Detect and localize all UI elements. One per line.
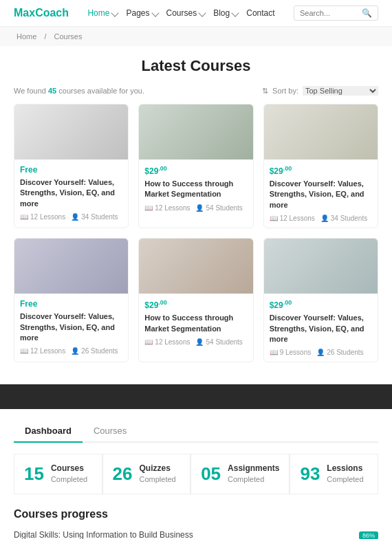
person-icon: 👤 [71,347,79,355]
search-icon[interactable]: 🔍 [362,8,372,18]
tabs: Dashboard Courses [14,420,378,443]
book-icon: 📖 [144,204,153,212]
breadcrumb-separator: / [44,32,46,41]
course-price: Free [20,299,122,309]
filter-bar: We found 45 courses available for you. ⇅… [14,86,378,96]
stat-label: Quizzes Completed [139,463,175,485]
course-image [139,104,252,160]
search-bar[interactable]: 🔍 [294,6,378,21]
chevron-down-icon [232,9,239,16]
book-icon: 📖 [144,338,153,346]
course-price: $29.00 [144,165,247,176]
course-body: $29.00 Discover Yourself: Values, Streng… [264,294,378,362]
progress-title: Courses progress [14,508,378,520]
main-nav: Home Pages Courses Blog Contact [87,8,274,18]
dark-section [0,384,392,409]
book-icon: 📖 [270,214,278,222]
course-title: How to Success through Market Segmentati… [144,179,247,200]
stat-card: 93 Lessions Completed [290,454,378,494]
course-card[interactable]: Free Discover Yourself: Values, Strength… [14,104,129,228]
book-icon: 📖 [20,347,28,355]
lessons-meta: 📖 9 Lessons [270,349,312,356]
students-meta: 👤 26 Students [71,347,118,355]
course-meta: 📖 12 Lessons 👤 26 Students [20,347,122,355]
stat-number: 26 [113,463,133,485]
course-meta: 📖 12 Lessons 👤 54 Students [144,204,247,212]
course-count: 45 [48,87,56,95]
progress-item: Digital Skills: Using Information to Bui… [14,530,378,539]
main-content: Latest Courses We found 45 courses avail… [0,46,392,384]
progress-percent-badge: 86% [359,531,378,539]
course-image [264,104,378,160]
students-meta: 👤 54 Students [195,338,242,346]
course-body: Free Discover Yourself: Values, Strength… [14,160,128,226]
course-card[interactable]: $29.00 How to Success through Market Seg… [138,238,253,362]
course-title: How to Success through Market Segmentati… [144,313,247,334]
progress-list: Digital Skills: Using Information to Bui… [14,530,378,539]
person-icon: 👤 [195,338,204,346]
nav-contact[interactable]: Contact [246,8,274,18]
course-title: Discover Yourself: Values, Strengths, Vi… [20,311,122,343]
dashboard-section: Dashboard Courses 15 Courses Completed 2… [0,409,392,539]
course-meta: 📖 9 Lessons 👤 26 Students [270,349,372,356]
chevron-down-icon [151,9,159,16]
students-meta: 👤 54 Students [195,204,242,212]
course-body: $29.00 How to Success through Market Seg… [139,294,252,351]
course-card[interactable]: $29.00 How to Success through Market Seg… [138,104,253,228]
stat-number: 93 [300,463,320,485]
chevron-down-icon [111,9,119,16]
course-title: Discover Yourself: Values, Strengths, Vi… [270,179,372,210]
course-price: Free [20,165,122,175]
stat-card: 26 Quizzes Completed [102,454,191,494]
stat-label-top: Assignments [228,463,279,474]
progress-item-title: Digital Skills: Using Information to Bui… [14,530,378,539]
stat-label-top: Courses [51,463,87,474]
course-title: Discover Yourself: Values, Strengths, Vi… [270,313,372,344]
logo[interactable]: MaxCoach [14,7,69,19]
stat-number: 05 [201,463,221,485]
lessons-meta: 📖 12 Lessons [270,214,315,222]
person-icon: 👤 [316,349,325,356]
course-price: $29.00 [270,165,372,176]
stat-card: 15 Courses Completed [14,454,102,494]
course-body: Free Discover Yourself: Values, Strength… [14,294,128,360]
lessons-meta: 📖 12 Lessons [20,347,65,355]
course-card[interactable]: $29.00 Discover Yourself: Values, Streng… [263,104,378,228]
sort-select[interactable]: Top Selling Newest Price: Low to High [303,86,378,96]
tab-dashboard[interactable]: Dashboard [14,420,83,443]
course-meta: 📖 12 Lessons 👤 34 Students [20,213,122,221]
stat-label-bottom: Completed [51,474,87,485]
nav-blog[interactable]: Blog [213,8,238,18]
sort-bar: ⇅ Sort by: Top Selling Newest Price: Low… [262,86,378,96]
search-input[interactable] [300,9,362,17]
course-card[interactable]: $29.00 Discover Yourself: Values, Streng… [263,238,378,362]
breadcrumb-home[interactable]: Home [17,32,36,41]
logo-coach: Coach [35,7,69,19]
course-image [14,239,128,294]
page-title: Latest Courses [14,57,378,75]
stats-row: 15 Courses Completed 26 Quizzes Complete… [14,454,378,494]
stat-label: Assignments Completed [228,463,279,485]
stat-label-bottom: Completed [327,474,363,485]
stat-card: 05 Assignments Completed [190,454,290,494]
course-body: $29.00 Discover Yourself: Values, Streng… [264,160,378,228]
tab-courses[interactable]: Courses [83,420,138,443]
nav-courses[interactable]: Courses [166,8,206,18]
person-icon: 👤 [195,204,204,212]
course-image [264,239,378,294]
stat-label: Courses Completed [51,463,87,485]
person-icon: 👤 [71,213,79,221]
course-price: $29.00 [144,299,247,310]
students-meta: 👤 26 Students [316,349,363,356]
stat-label-bottom: Completed [139,474,175,485]
stat-number: 15 [24,463,44,485]
person-icon: 👤 [320,214,329,222]
nav-pages[interactable]: Pages [126,8,157,18]
stat-label-top: Quizzes [139,463,175,474]
book-icon: 📖 [270,349,278,356]
course-title: Discover Yourself: Values, Strengths, Vi… [20,177,122,209]
nav-home[interactable]: Home [87,8,118,18]
header: MaxCoach Home Pages Courses Blog Contact… [0,0,392,27]
course-image [14,104,128,160]
course-card[interactable]: Free Discover Yourself: Values, Strength… [14,238,129,362]
